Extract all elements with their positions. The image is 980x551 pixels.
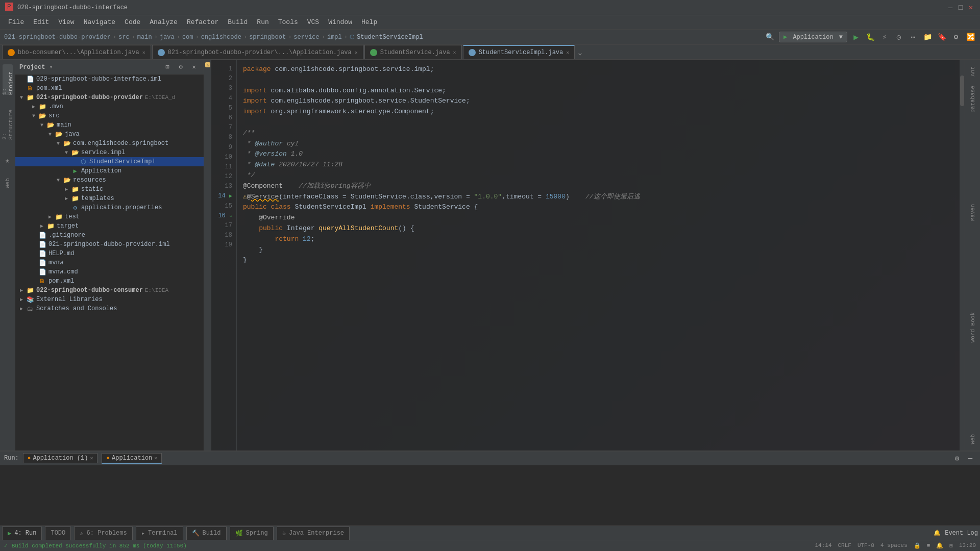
tree-item-gitignore[interactable]: 📄 .gitignore [15,231,204,240]
breadcrumb-main[interactable]: main [137,34,152,41]
menu-item-analyze[interactable]: Analyze [145,17,182,28]
sidebar-favorites-tab[interactable]: ★ [2,154,14,166]
breadcrumb-springboot[interactable]: springboot [249,34,286,41]
editor-area[interactable]: ⚠ 1 2 3 4 5 6 7 8 9 10 11 12 13 14 ▶ 15 … [204,60,965,450]
breadcrumb-englishcode[interactable]: englishcode [201,34,241,41]
tab-student-service[interactable]: StudentService.java ✕ [364,45,462,59]
maximize-button[interactable]: □ [957,4,965,12]
tree-item-iml[interactable]: 📄 020-springboot-dubbo-interface.iml [15,74,204,84]
cursor-position[interactable]: 14:14 [815,542,832,549]
editor-scrollbar[interactable] [960,60,965,450]
tab-close-student-service[interactable]: ✕ [453,49,456,56]
right-panel-ant[interactable]: Ant [969,62,977,81]
tab-overflow-icon[interactable]: ⌄ [578,48,582,57]
tree-item-provider[interactable]: ▼ 📁 021-springboot-dubbo-provider E:\IDE… [15,93,204,102]
tree-item-pom-root[interactable]: 🗎 pom.xml [15,84,204,93]
sidebar-web-tab[interactable]: Web [3,176,13,191]
breadcrumb-src[interactable]: src [118,34,130,41]
debug-button[interactable]: 🐛 [865,32,876,43]
tree-item-test[interactable]: ▶ 📁 test [15,212,204,221]
breadcrumb-service[interactable]: service [293,34,319,41]
menu-item-run[interactable]: Run [253,17,273,28]
menu-item-edit[interactable]: Edit [29,17,53,28]
right-panel-database[interactable]: Database [969,82,977,117]
tree-item-consumer[interactable]: ▶ 📁 022-springboot-dubbo-consumer E:\IDE… [15,286,204,295]
tree-item-provider-iml[interactable]: 📄 021-springboot-dubbo-provider.iml [15,240,204,249]
tree-item-target[interactable]: ▶ 📁 target [15,221,204,231]
tree-item-package[interactable]: ▼ 📂 com.englishcode.springboot [15,139,204,148]
tab-provider-application[interactable]: 021-springboot-dubbo-provider\...\Applic… [152,45,363,59]
tab-student-service-impl[interactable]: StudentServiceImpl.java ✕ [463,45,575,59]
run-tab-app2[interactable]: ● Application ✕ [102,453,162,464]
breadcrumb-file[interactable]: ⬡ StudentServiceImpl [350,34,423,41]
bookmark-icon[interactable]: 🔖 [936,32,947,43]
line-ending[interactable]: CRLF [838,542,851,549]
tab-todo[interactable]: TODO [45,527,71,540]
folder-icon[interactable]: 📁 [922,32,933,43]
breadcrumb-java[interactable]: java [160,34,175,41]
encoding[interactable]: UTF-8 [857,542,874,549]
menu-item-vcs[interactable]: VCS [303,17,323,28]
profiler-button[interactable]: ◎ [893,32,904,43]
minimize-button[interactable]: — [946,4,954,12]
menu-item-view[interactable]: View [54,17,78,28]
sidebar-structure-tab[interactable]: 2: Structure [3,109,13,140]
tree-item-app-properties[interactable]: ⚙ application.properties [15,203,204,212]
menu-item-tools[interactable]: Tools [274,17,302,28]
menu-item-navigate[interactable]: Navigate [80,17,119,28]
event-log-label[interactable]: Event Log [945,530,978,537]
tab-terminal[interactable]: ▸ Terminal [136,527,183,540]
menu-item-code[interactable]: Code [120,17,144,28]
tab-problems[interactable]: ⚠ 6: Problems [74,527,132,540]
tab-java-enterprise[interactable]: ☕ Java Enterprise [277,527,350,540]
bottom-settings-icon[interactable]: ⚙ [951,453,963,464]
tab-consumer-application[interactable]: bbo-consumer\...\Application.java ✕ [2,45,151,59]
tree-item-mvn[interactable]: ▶ 📁 .mvn [15,102,204,111]
bottom-minimize-icon[interactable]: — [965,453,976,464]
menu-item-file[interactable]: File [4,17,28,28]
tree-item-src[interactable]: ▼ 📂 src [15,111,204,120]
more-run-button[interactable]: ⋯ [908,32,919,43]
vcs-icon[interactable]: 🔀 [965,32,976,43]
tab-spring[interactable]: 🌿 Spring [230,527,274,540]
menu-item-refactor[interactable]: Refactor [183,17,223,28]
tree-item-service-impl[interactable]: ▼ 📂 service.impl [15,148,204,157]
tree-item-help-md[interactable]: 📄 HELP.md [15,249,204,258]
tree-item-student-service-impl[interactable]: ⬡ StudentServiceImpl [15,157,204,166]
tree-item-pom[interactable]: 🗎 pom.xml [15,277,204,286]
tab-close-consumer-app[interactable]: ✕ [142,49,145,56]
project-panel-settings-icon[interactable]: ⚙ [175,62,186,73]
tab-close-provider-app[interactable]: ✕ [355,49,358,56]
tree-item-ext-lib[interactable]: ▶ 📚 External Libraries [15,295,204,304]
tree-item-application[interactable]: ▶ Application [15,166,204,176]
tree-item-scratches[interactable]: ▶ 🗂 Scratches and Consoles [15,304,204,313]
tree-item-mvnw-cmd[interactable]: 📄 mvnw.cmd [15,267,204,277]
close-button[interactable]: ✕ [967,4,975,12]
breadcrumb-com[interactable]: com [182,34,193,41]
run-button[interactable]: ▶ [850,32,862,43]
code-editor[interactable]: package com.englishcode.springboot.servi… [237,60,960,450]
tab-build[interactable]: 🔨 Build [186,527,227,540]
project-panel-dropdown[interactable]: ▾ [49,63,53,71]
tree-item-resources[interactable]: ▼ 📂 resources [15,176,204,185]
right-panel-web[interactable]: Web [969,430,977,448]
menu-item-help[interactable]: Help [357,17,381,28]
coverage-button[interactable]: ⚡ [879,32,890,43]
run-tab-app2-close[interactable]: ✕ [154,455,157,461]
tree-item-static[interactable]: ▶ 📁 static [15,185,204,194]
right-panel-wordbook[interactable]: Word Book [969,308,977,346]
project-panel-close-icon[interactable]: ✕ [188,62,200,73]
menu-item-window[interactable]: Window [324,17,356,28]
run-config-selector[interactable]: ▶ Application ▼ [779,32,847,42]
indent-settings[interactable]: 4 spaces [880,542,908,549]
project-panel-collapse-icon[interactable]: ⊞ [162,62,173,73]
settings-gear-icon[interactable]: ⚙ [950,32,962,43]
tree-item-mvnw[interactable]: 📄 mvnw [15,258,204,267]
tree-item-java[interactable]: ▼ 📂 java [15,130,204,139]
breadcrumb-project[interactable]: 021-springboot-dubbo-provider [4,34,111,41]
run-tab-app1[interactable]: ● Application (1) ✕ [23,453,98,463]
scroll-thumb[interactable] [960,76,964,106]
right-panel-maven[interactable]: Maven [969,200,977,225]
tree-item-templates[interactable]: ▶ 📁 templates [15,194,204,203]
breadcrumb-impl[interactable]: impl [327,34,342,41]
